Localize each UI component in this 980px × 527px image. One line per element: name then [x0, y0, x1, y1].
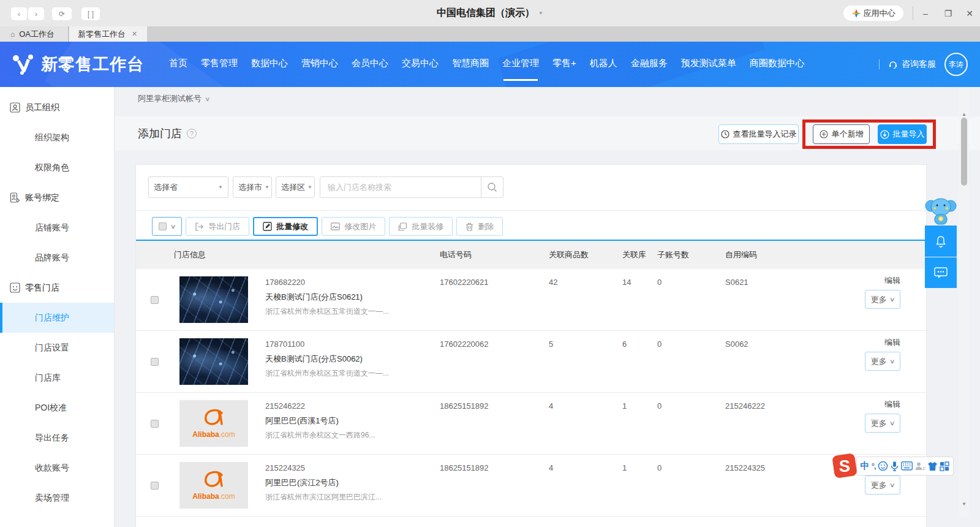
restore-button[interactable]: ❐	[939, 0, 957, 26]
nav-item-13[interactable]: 商圈数据中心	[750, 42, 805, 87]
batch-import-button[interactable]: 批量导入	[878, 124, 927, 144]
mic-icon[interactable]	[890, 461, 899, 471]
toolbar-button-5[interactable]: 删除	[456, 217, 503, 236]
nav-item-3[interactable]: 数据中心	[251, 42, 288, 87]
toolbar-button-4[interactable]: 批量装修	[389, 217, 453, 236]
toolbar-button-2[interactable]: 批量修改	[253, 217, 318, 236]
sogou-ime-logo[interactable]: S	[831, 452, 859, 480]
sidebar-item-label: 店铺账号	[35, 222, 69, 233]
nav-item-9[interactable]: 零售+	[552, 42, 576, 87]
sidebar-item-label: 收款账号	[35, 463, 69, 474]
sidebar-item-收款账号[interactable]: 收款账号	[0, 453, 114, 483]
title-dropdown-icon[interactable]: ▼	[538, 10, 543, 16]
minimize-button[interactable]: –	[916, 0, 935, 26]
row-checkbox[interactable]	[151, 420, 159, 428]
store-info-cell: 178682220天梭B测试门店(分店S0621)浙江省杭州市余杭区五常街道文一…	[248, 269, 440, 330]
sidebar-item-店铺账号[interactable]: 店铺账号	[0, 213, 114, 243]
store-thumbnail: Alibaba.com	[179, 400, 248, 447]
row-checkbox[interactable]	[151, 358, 159, 366]
close-button[interactable]: ✕	[960, 0, 979, 26]
add-single-store-button[interactable]: 单个新增	[813, 124, 870, 144]
more-label: 更多	[871, 356, 887, 367]
table-body: 178682220天梭B测试门店(分店S0621)浙江省杭州市余杭区五常街道文一…	[136, 269, 926, 517]
toolbar-button-1[interactable]: 导出门店	[186, 217, 249, 236]
nav-item-10[interactable]: 机器人	[590, 42, 617, 87]
bulk-actions-toolbar: ∨ 导出门店批量修改修改图片批量装修删除	[152, 217, 503, 236]
nav-item-8[interactable]: 企业管理	[502, 42, 539, 87]
avatar[interactable]: 李涛	[944, 53, 968, 76]
sidebar-item-员工组织[interactable]: 员工组织	[0, 93, 114, 123]
toolbox-icon[interactable]	[940, 461, 949, 471]
scroll-down-arrow[interactable]: ▼	[959, 499, 969, 509]
page-scrollbar[interactable]: ▲ ▼	[959, 87, 969, 517]
select-all-checkbox[interactable]	[159, 222, 167, 230]
more-button[interactable]: 更多∨	[865, 290, 900, 309]
close-tab-icon[interactable]: ✕	[132, 30, 137, 38]
sidebar-item-卖场管理[interactable]: 卖场管理	[0, 483, 114, 513]
divider	[879, 59, 880, 69]
row-checkbox[interactable]	[151, 482, 159, 490]
edit-link[interactable]: 编辑	[884, 275, 900, 286]
emoji-icon[interactable]	[878, 461, 888, 471]
more-button[interactable]: 更多∨	[865, 352, 900, 371]
province-select[interactable]: 选择省▼	[148, 176, 228, 198]
search-button[interactable]	[481, 176, 503, 198]
tab-oa-workbench[interactable]: ⌂ OA工作台	[0, 26, 69, 42]
nav-item-5[interactable]: 会员中心	[352, 42, 388, 87]
app-center-button[interactable]: 应用中心	[843, 6, 903, 21]
row-checkbox-cell	[151, 455, 179, 516]
district-select[interactable]: 选择区▼	[276, 176, 315, 198]
sidebar-item-权限角色[interactable]: 权限角色	[0, 153, 114, 183]
more-button[interactable]: 更多∨	[865, 414, 900, 433]
ime-mode[interactable]: 中	[861, 460, 870, 472]
sidebar-item-账号绑定[interactable]: 账号绑定	[0, 183, 114, 213]
toolbar-button-3[interactable]: 修改图片	[322, 217, 385, 236]
skin-icon[interactable]	[927, 461, 938, 471]
nav-item-1[interactable]: 首页	[169, 42, 187, 87]
ime-toolbar[interactable]: 中 °, 15	[856, 457, 954, 476]
tab-new-retail-workbench[interactable]: 新零售工作台 ✕	[69, 26, 147, 42]
keyboard-icon[interactable]	[901, 461, 913, 471]
scrollbar-thumb[interactable]	[961, 118, 967, 186]
toolbar-button-label: 批量装修	[412, 221, 443, 232]
org-icon	[9, 102, 20, 113]
sidebar-item-label: 权限角色	[35, 162, 69, 173]
chat-button[interactable]	[925, 257, 957, 288]
store-thumbnail	[179, 338, 248, 385]
nav-item-7[interactable]: 智慧商圈	[452, 42, 489, 87]
row-checkbox[interactable]	[151, 296, 159, 304]
download-circle-icon	[880, 130, 889, 139]
row-checkbox-cell	[151, 269, 179, 330]
sidebar-item-门店设置[interactable]: 门店设置	[0, 333, 114, 363]
view-import-records-button[interactable]: 查看批量导入记录	[718, 124, 799, 144]
sidebar-item-POI校准[interactable]: POI校准	[0, 393, 114, 423]
sidebar-item-门店维护[interactable]: 门店维护	[0, 303, 114, 333]
select-all-dropdown[interactable]: ∨	[152, 217, 182, 236]
more-button[interactable]: 更多∨	[865, 476, 900, 495]
edit-link[interactable]: 编辑	[884, 337, 900, 348]
store-address: 浙江省杭州市余杭区五常街道文一—...	[265, 368, 440, 379]
mascot-elephant[interactable]	[925, 196, 957, 226]
sidebar-item-导出任务[interactable]: 导出任务	[0, 423, 114, 453]
city-select[interactable]: 选择市▼	[233, 176, 272, 198]
store-search-input[interactable]: 输入门店名称搜索	[320, 176, 481, 198]
sidebar-item-门店库[interactable]: 门店库	[0, 363, 114, 393]
sidebar-item-组织架构[interactable]: 组织架构	[0, 123, 114, 153]
ime-punctuation[interactable]: °,	[872, 461, 876, 471]
nav-item-4[interactable]: 营销中心	[301, 42, 338, 87]
edit-link[interactable]: 编辑	[884, 399, 900, 410]
sidebar-item-品牌账号[interactable]: 品牌账号	[0, 243, 114, 273]
nav-item-11[interactable]: 金融服务	[631, 42, 668, 87]
sidebar-item-零售门店[interactable]: 零售门店	[0, 273, 114, 303]
notification-button[interactable]	[925, 226, 957, 257]
store-address: 浙江省杭州市滨江区阿里巴巴滨江...	[265, 492, 440, 502]
nav-item-2[interactable]: 零售管理	[201, 42, 238, 87]
trash-icon	[466, 222, 473, 231]
help-icon[interactable]: ?	[187, 129, 197, 138]
store-id: 215246222	[265, 401, 440, 411]
nav-item-6[interactable]: 交易中心	[402, 42, 439, 87]
support-link[interactable]: 咨询客服	[888, 59, 936, 70]
nav-item-12[interactable]: 预发测试菜单	[681, 42, 736, 87]
user-stats-icon[interactable]: 15	[914, 461, 925, 471]
account-selector[interactable]: 阿里掌柜测试帐号 ∨	[138, 93, 209, 104]
